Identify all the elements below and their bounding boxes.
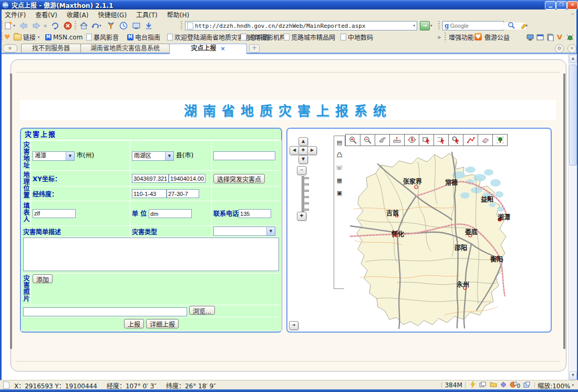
window-icon[interactable]: [536, 33, 544, 41]
address-input[interactable]: [195, 23, 413, 29]
history-button[interactable]: [118, 20, 129, 30]
layer-image-icon[interactable]: ▣: [336, 189, 344, 197]
tab-disaster-report[interactable]: 灾点上报×: [169, 44, 247, 54]
new-tab-plus-button[interactable]: +: [249, 44, 260, 53]
restore-button[interactable]: ❐: [556, 1, 567, 9]
pan-right-button[interactable]: ▶: [307, 146, 317, 155]
hunan-map[interactable]: 张家界 常德 益阳 吉首 怀化 湘潭 娄底 邵阳 衡阳 永州: [344, 146, 511, 329]
favorites-heart-icon[interactable]: ♥: [4, 33, 11, 41]
browse-button[interactable]: 浏览...: [189, 306, 215, 315]
pan-down-button[interactable]: ▼: [298, 155, 308, 164]
go-dropdown-icon[interactable]: ▾: [430, 24, 432, 28]
new-tab-button[interactable]: ▾: [4, 20, 15, 30]
map-identify-button[interactable]: [449, 134, 463, 146]
photo-file-input[interactable]: [23, 307, 187, 316]
phone-input[interactable]: [239, 209, 271, 218]
menu-file[interactable]: 文件(F): [0, 10, 30, 19]
ad-hunter-button[interactable]: [105, 20, 117, 30]
go-button[interactable]: →: [420, 21, 430, 30]
detail-submit-button[interactable]: 详细上报: [146, 319, 179, 328]
pan-left-button[interactable]: ◀: [290, 146, 299, 155]
zoom-slider-track[interactable]: [302, 176, 304, 212]
description-textarea[interactable]: [23, 238, 279, 271]
map-full-extent-button[interactable]: [493, 134, 508, 146]
tab-star-button[interactable]: ★: [3, 44, 17, 53]
refresh-button[interactable]: [49, 20, 61, 30]
menu-view[interactable]: 查看(V): [30, 10, 62, 19]
links-folder[interactable]: 链接 ▾: [14, 33, 39, 41]
latitude-input[interactable]: [167, 189, 199, 198]
scroll-down-icon[interactable]: ▼: [569, 372, 577, 380]
layer-province-icon[interactable]: ☏: [336, 164, 344, 172]
reporter-input[interactable]: [33, 209, 76, 218]
enhance-button[interactable]: 增强功能: [449, 33, 474, 41]
chevron-down-icon[interactable]: ▼: [66, 152, 74, 160]
link-milu[interactable]: 觅路城市精品网: [284, 33, 335, 41]
tab-tools-button[interactable]: ⚙: [555, 44, 564, 53]
scrollbar-thumb[interactable]: [569, 65, 577, 166]
links-overflow-chevron[interactable]: »: [437, 33, 441, 41]
back-button[interactable]: [18, 20, 29, 30]
highlight-button[interactable]: [518, 20, 529, 30]
charity-icon[interactable]: ♥: [474, 33, 482, 40]
map-select-polygon-button[interactable]: [434, 134, 449, 146]
map-draw-line-button[interactable]: [463, 134, 478, 146]
pick-disaster-point-button[interactable]: 选择突发灾害点: [213, 174, 265, 183]
map-zoom-in-button[interactable]: [345, 134, 360, 146]
capture-button[interactable]: [130, 20, 142, 30]
tab-close-icon[interactable]: ×: [220, 45, 225, 52]
tab-hunan-info-system[interactable]: 湖南省地质灾害信息系统: [80, 44, 170, 53]
zoom-in-step-button[interactable]: ✚: [297, 212, 306, 221]
y-coordinate-input[interactable]: [169, 174, 205, 183]
minimize-button[interactable]: ▁: [545, 1, 556, 9]
forward-button[interactable]: [30, 20, 42, 30]
longitude-input[interactable]: [132, 189, 167, 198]
link-zhongdi[interactable]: 中地数码: [340, 33, 373, 41]
search-box[interactable]: g ▾: [442, 21, 504, 30]
blocked-count-badge[interactable]: 0: [510, 381, 520, 389]
undo-button[interactable]: ▾: [90, 20, 102, 30]
extras-grip[interactable]: [445, 33, 446, 42]
link-msn[interactable]: MMSN.com: [45, 33, 82, 41]
stop-button[interactable]: [62, 20, 74, 30]
remote-icon[interactable]: [527, 33, 534, 41]
pages-icon[interactable]: [479, 381, 487, 389]
layer-city-icon[interactable]: 凸: [336, 151, 344, 159]
chevron-down-icon[interactable]: ▼: [266, 227, 275, 235]
address-dropdown-icon[interactable]: ▾: [413, 24, 415, 28]
v-plugin-icon[interactable]: V: [557, 33, 562, 41]
boost-icon[interactable]: [470, 381, 476, 389]
download-button[interactable]: [143, 20, 154, 30]
link-baofeng[interactable]: 暴风影音: [86, 33, 119, 41]
link-radio[interactable]: M电台指南: [127, 33, 160, 41]
pan-up-button[interactable]: ▲: [298, 137, 308, 146]
search-go-button[interactable]: [505, 20, 517, 30]
layer-scale-icon[interactable]: ▤: [336, 139, 344, 147]
address-grip[interactable]: [181, 21, 182, 30]
close-button[interactable]: ✕: [567, 1, 578, 9]
plugin-crab-icon[interactable]: [566, 33, 574, 41]
history-dropdown-button[interactable]: ◉: [42, 20, 48, 30]
diamond-icon[interactable]: [500, 381, 507, 389]
menu-favorites[interactable]: 收藏(A): [62, 10, 94, 19]
map-scale-button[interactable]: S: [405, 134, 419, 146]
unit-input[interactable]: [149, 209, 192, 218]
map-select-rect-button[interactable]: [419, 134, 434, 146]
address-bar[interactable]: ▾: [185, 21, 417, 30]
menu-tools[interactable]: 工具(T): [131, 10, 162, 19]
menu-help[interactable]: 帮助(H): [162, 10, 194, 19]
map-eraser-button[interactable]: [478, 134, 493, 146]
vertical-scrollbar[interactable]: ▲ ▼: [568, 54, 577, 380]
charity-button[interactable]: 傲游公益: [484, 33, 510, 41]
menu-groups[interactable]: 快捷组(G): [93, 10, 131, 19]
disaster-type-select[interactable]: ▼: [213, 226, 275, 236]
tab-close-all-button[interactable]: ✕: [567, 44, 576, 53]
resize-window-icon[interactable]: [523, 381, 530, 389]
notes-icon[interactable]: [546, 33, 554, 41]
folder-icon[interactable]: [490, 381, 497, 389]
layer-road-icon[interactable]: ▦: [336, 177, 344, 184]
zoom-dropdown-icon[interactable]: ▾: [572, 383, 574, 387]
city-select[interactable]: 湘潭▼: [33, 151, 75, 161]
county-select[interactable]: 雨湖区▼: [132, 151, 174, 161]
scroll-up-icon[interactable]: ▲: [569, 55, 577, 63]
